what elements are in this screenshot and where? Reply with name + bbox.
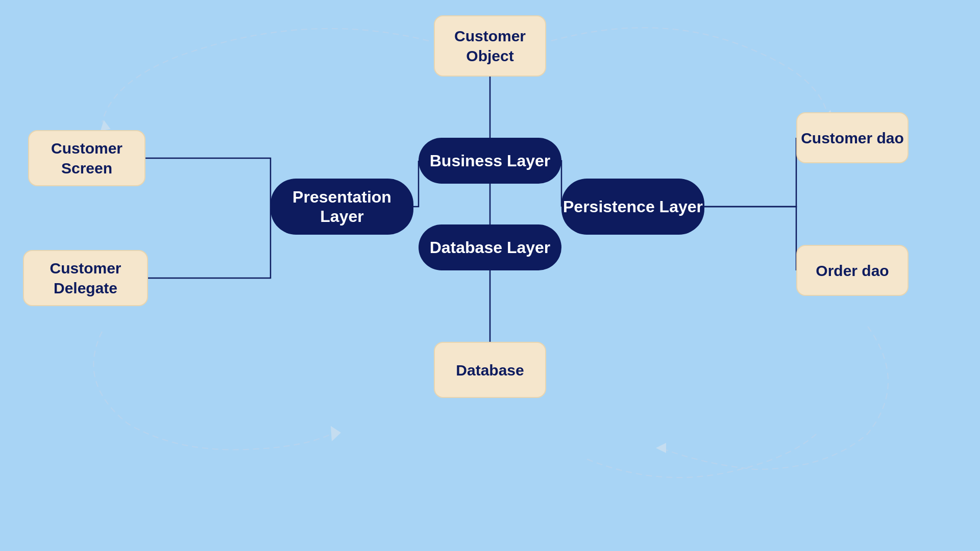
svg-marker-2	[99, 119, 110, 131]
database-layer-node: Database Layer	[419, 224, 561, 270]
customer-delegate-label: Customer Delegate	[24, 258, 147, 298]
customer-object-node: Customer Object	[434, 15, 546, 77]
order-dao-node: Order dao	[796, 245, 909, 296]
customer-dao-label: Customer dao	[801, 128, 904, 148]
order-dao-label: Order dao	[816, 261, 889, 281]
persistence-layer-node: Persistence Layer	[561, 179, 704, 235]
database-label: Database	[456, 360, 524, 380]
customer-dao-node: Customer dao	[796, 112, 909, 163]
customer-delegate-node: Customer Delegate	[23, 250, 148, 306]
database-layer-label: Database Layer	[430, 238, 551, 257]
svg-marker-5	[656, 443, 666, 453]
diagram-container: Customer Object Business Layer Presentat…	[0, 0, 980, 551]
svg-marker-4	[331, 426, 341, 441]
persistence-layer-label: Persistence Layer	[563, 197, 703, 216]
customer-screen-label: Customer Screen	[29, 138, 144, 178]
customer-object-label: Customer Object	[435, 26, 545, 66]
business-layer-label: Business Layer	[430, 151, 551, 170]
presentation-layer-label: Presentation Layer	[271, 187, 413, 227]
presentation-layer-node: Presentation Layer	[271, 179, 413, 235]
database-node: Database	[434, 342, 546, 398]
business-layer-node: Business Layer	[419, 138, 561, 184]
customer-screen-node: Customer Screen	[28, 130, 145, 186]
